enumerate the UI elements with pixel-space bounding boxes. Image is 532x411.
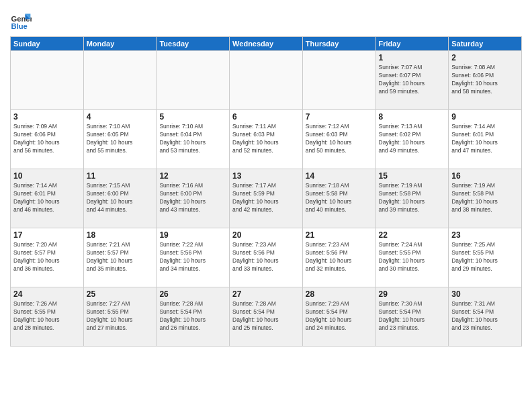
- day-info: Sunrise: 7:14 AM Sunset: 6:01 PM Dayligh…: [451, 123, 519, 155]
- calendar-header-friday: Friday: [375, 37, 449, 51]
- calendar-cell: 4Sunrise: 7:10 AM Sunset: 6:05 PM Daylig…: [83, 110, 157, 169]
- day-number: 18: [87, 230, 154, 240]
- day-number: 28: [306, 289, 373, 299]
- day-number: 26: [159, 289, 226, 299]
- calendar-cell: 15Sunrise: 7:19 AM Sunset: 5:58 PM Dayli…: [375, 169, 449, 228]
- day-number: 9: [451, 112, 519, 122]
- calendar-cell: 14Sunrise: 7:18 AM Sunset: 5:58 PM Dayli…: [302, 169, 375, 228]
- day-info: Sunrise: 7:19 AM Sunset: 5:58 PM Dayligh…: [451, 182, 519, 214]
- day-info: Sunrise: 7:22 AM Sunset: 5:56 PM Dayligh…: [159, 241, 226, 273]
- calendar-cell: 16Sunrise: 7:19 AM Sunset: 5:58 PM Dayli…: [449, 169, 522, 228]
- calendar-cell: 23Sunrise: 7:25 AM Sunset: 5:55 PM Dayli…: [449, 228, 522, 287]
- calendar-week-3: 17Sunrise: 7:20 AM Sunset: 5:57 PM Dayli…: [11, 228, 522, 287]
- day-info: Sunrise: 7:18 AM Sunset: 5:58 PM Dayligh…: [306, 182, 373, 214]
- calendar-header-thursday: Thursday: [302, 37, 375, 51]
- day-info: Sunrise: 7:19 AM Sunset: 5:58 PM Dayligh…: [379, 182, 446, 214]
- calendar-cell: 19Sunrise: 7:22 AM Sunset: 5:56 PM Dayli…: [157, 228, 230, 287]
- day-info: Sunrise: 7:17 AM Sunset: 5:59 PM Dayligh…: [232, 182, 300, 214]
- day-info: Sunrise: 7:07 AM Sunset: 6:07 PM Dayligh…: [379, 64, 446, 96]
- calendar-cell: 11Sunrise: 7:15 AM Sunset: 6:00 PM Dayli…: [83, 169, 157, 228]
- day-info: Sunrise: 7:28 AM Sunset: 5:54 PM Dayligh…: [232, 300, 300, 332]
- day-number: 20: [232, 230, 300, 240]
- calendar-header-saturday: Saturday: [449, 37, 522, 51]
- day-info: Sunrise: 7:25 AM Sunset: 5:55 PM Dayligh…: [451, 241, 519, 273]
- day-info: Sunrise: 7:20 AM Sunset: 5:57 PM Dayligh…: [13, 241, 81, 273]
- day-info: Sunrise: 7:29 AM Sunset: 5:54 PM Dayligh…: [306, 300, 373, 332]
- calendar-header-wednesday: Wednesday: [230, 37, 303, 51]
- day-number: 19: [159, 230, 226, 240]
- calendar-week-0: 1Sunrise: 7:07 AM Sunset: 6:07 PM Daylig…: [11, 51, 522, 110]
- calendar-cell: 8Sunrise: 7:13 AM Sunset: 6:02 PM Daylig…: [375, 110, 449, 169]
- calendar-header-row: SundayMondayTuesdayWednesdayThursdayFrid…: [11, 37, 522, 51]
- day-number: 1: [379, 53, 446, 62]
- day-info: Sunrise: 7:10 AM Sunset: 6:05 PM Dayligh…: [87, 123, 154, 155]
- calendar-cell: 26Sunrise: 7:28 AM Sunset: 5:54 PM Dayli…: [157, 287, 230, 347]
- calendar-cell: 9Sunrise: 7:14 AM Sunset: 6:01 PM Daylig…: [449, 110, 522, 169]
- svg-text:Blue: Blue: [11, 22, 28, 30]
- calendar-cell: [302, 51, 375, 110]
- calendar-cell: 13Sunrise: 7:17 AM Sunset: 5:59 PM Dayli…: [230, 169, 303, 228]
- calendar-cell: 18Sunrise: 7:21 AM Sunset: 5:57 PM Dayli…: [83, 228, 157, 287]
- day-number: 3: [13, 112, 81, 122]
- calendar-cell: 22Sunrise: 7:24 AM Sunset: 5:55 PM Dayli…: [375, 228, 449, 287]
- day-number: 6: [232, 112, 300, 122]
- calendar-cell: 12Sunrise: 7:16 AM Sunset: 6:00 PM Dayli…: [157, 169, 230, 228]
- day-info: Sunrise: 7:08 AM Sunset: 6:06 PM Dayligh…: [451, 64, 519, 96]
- calendar-cell: 1Sunrise: 7:07 AM Sunset: 6:07 PM Daylig…: [375, 51, 449, 110]
- day-number: 16: [451, 171, 519, 181]
- day-info: Sunrise: 7:13 AM Sunset: 6:02 PM Dayligh…: [379, 123, 446, 155]
- calendar-cell: 25Sunrise: 7:27 AM Sunset: 5:55 PM Dayli…: [83, 287, 157, 347]
- day-info: Sunrise: 7:14 AM Sunset: 6:01 PM Dayligh…: [13, 182, 81, 214]
- calendar-cell: [157, 51, 230, 110]
- day-number: 25: [87, 289, 154, 299]
- calendar-cell: 20Sunrise: 7:23 AM Sunset: 5:56 PM Dayli…: [230, 228, 303, 287]
- day-info: Sunrise: 7:10 AM Sunset: 6:04 PM Dayligh…: [159, 123, 226, 155]
- day-number: 17: [13, 230, 81, 240]
- logo: General Blue: [10, 9, 34, 31]
- day-number: 2: [451, 53, 519, 62]
- day-info: Sunrise: 7:15 AM Sunset: 6:00 PM Dayligh…: [87, 182, 154, 214]
- day-number: 22: [379, 230, 446, 240]
- day-number: 12: [159, 171, 226, 181]
- day-number: 23: [451, 230, 519, 240]
- calendar-header-tuesday: Tuesday: [157, 37, 230, 51]
- day-number: 29: [379, 289, 446, 299]
- day-number: 24: [13, 289, 81, 299]
- calendar-cell: 7Sunrise: 7:12 AM Sunset: 6:03 PM Daylig…: [302, 110, 375, 169]
- day-number: 4: [87, 112, 154, 122]
- calendar-cell: 2Sunrise: 7:08 AM Sunset: 6:06 PM Daylig…: [449, 51, 522, 110]
- calendar-cell: [83, 51, 157, 110]
- calendar-header-sunday: Sunday: [11, 37, 84, 51]
- calendar: SundayMondayTuesdayWednesdayThursdayFrid…: [10, 36, 522, 347]
- calendar-header-monday: Monday: [83, 37, 157, 51]
- day-number: 30: [451, 289, 519, 299]
- day-info: Sunrise: 7:27 AM Sunset: 5:55 PM Dayligh…: [87, 300, 154, 332]
- day-info: Sunrise: 7:30 AM Sunset: 5:54 PM Dayligh…: [379, 300, 446, 332]
- day-info: Sunrise: 7:24 AM Sunset: 5:55 PM Dayligh…: [379, 241, 446, 273]
- day-number: 11: [87, 171, 154, 181]
- day-info: Sunrise: 7:28 AM Sunset: 5:54 PM Dayligh…: [159, 300, 226, 332]
- calendar-cell: [230, 51, 303, 110]
- calendar-cell: 30Sunrise: 7:31 AM Sunset: 5:54 PM Dayli…: [449, 287, 522, 347]
- calendar-cell: 6Sunrise: 7:11 AM Sunset: 6:03 PM Daylig…: [230, 110, 303, 169]
- calendar-week-2: 10Sunrise: 7:14 AM Sunset: 6:01 PM Dayli…: [11, 169, 522, 228]
- calendar-cell: [11, 51, 84, 110]
- calendar-cell: 29Sunrise: 7:30 AM Sunset: 5:54 PM Dayli…: [375, 287, 449, 347]
- day-number: 8: [379, 112, 446, 122]
- calendar-cell: 5Sunrise: 7:10 AM Sunset: 6:04 PM Daylig…: [157, 110, 230, 169]
- day-info: Sunrise: 7:23 AM Sunset: 5:56 PM Dayligh…: [232, 241, 300, 273]
- calendar-cell: 21Sunrise: 7:23 AM Sunset: 5:56 PM Dayli…: [302, 228, 375, 287]
- calendar-cell: 27Sunrise: 7:28 AM Sunset: 5:54 PM Dayli…: [230, 287, 303, 347]
- calendar-cell: 10Sunrise: 7:14 AM Sunset: 6:01 PM Dayli…: [11, 169, 84, 228]
- day-number: 7: [306, 112, 373, 122]
- day-info: Sunrise: 7:09 AM Sunset: 6:06 PM Dayligh…: [13, 123, 81, 155]
- day-number: 27: [232, 289, 300, 299]
- day-number: 5: [159, 112, 226, 122]
- logo-icon: General Blue: [10, 9, 32, 31]
- day-number: 15: [379, 171, 446, 181]
- day-number: 14: [306, 171, 373, 181]
- page: General Blue SundayMondayTuesdayWednesda…: [0, 0, 532, 411]
- day-info: Sunrise: 7:12 AM Sunset: 6:03 PM Dayligh…: [306, 123, 373, 155]
- calendar-cell: 28Sunrise: 7:29 AM Sunset: 5:54 PM Dayli…: [302, 287, 375, 347]
- day-info: Sunrise: 7:16 AM Sunset: 6:00 PM Dayligh…: [159, 182, 226, 214]
